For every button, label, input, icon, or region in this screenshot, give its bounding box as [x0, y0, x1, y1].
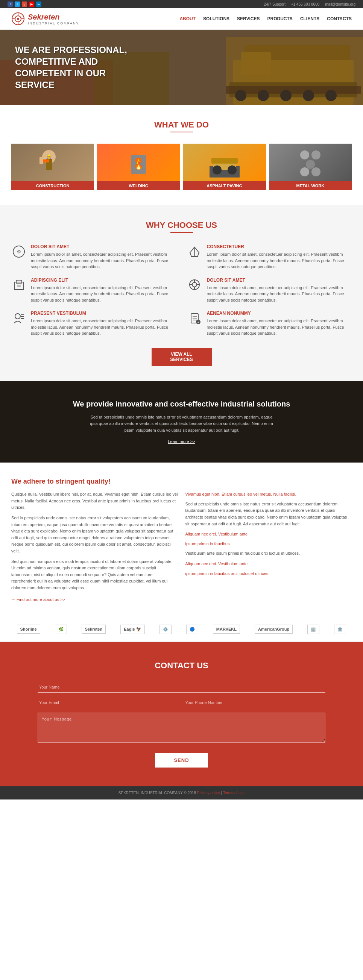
service-metalwork[interactable]: METAL WORK: [269, 144, 352, 190]
name-input[interactable]: [38, 682, 325, 693]
feature-5: PRAESENT VESTIBULUM Lorem ipsum dolor si…: [11, 310, 176, 337]
partner-american: AmericanGroup: [255, 625, 293, 634]
logo[interactable]: Sekreten INDUSTRIAL COMPANY: [11, 12, 80, 25]
googleplus-icon[interactable]: g: [22, 2, 27, 7]
partner-9: 🏢: [307, 625, 319, 634]
quality-right-link1[interactable]: Aliquam nec orci. Vestibulum ante: [185, 531, 352, 538]
privacy-link[interactable]: Privacy policy: [197, 791, 220, 795]
feature-icon-6: +: [187, 310, 202, 326]
top-bar: f t g ▶ in 24/7 Support +1 456 603 8600 …: [0, 0, 363, 8]
nav-about[interactable]: ABOUT: [180, 16, 196, 21]
feature-title-5: PRAESENT VESTIBULUM: [31, 310, 176, 316]
feature-content-5: PRAESENT VESTIBULUM Lorem ipsum dolor si…: [31, 310, 176, 337]
nav-contacts[interactable]: CONTACTS: [327, 16, 352, 21]
feature-content-6: AENEAN NONUMMY Lorem ipsum dolor sit ame…: [207, 310, 352, 337]
service-welding[interactable]: 🔥 WELDING: [97, 144, 180, 190]
social-icons: f t g ▶ in: [8, 2, 41, 7]
feature-1: ⚙ DOLOR SIT AMET Lorem ipsum dolor sit a…: [11, 244, 176, 270]
svg-point-53: [15, 313, 20, 319]
why-title: WHY CHOOSE US: [11, 220, 352, 230]
why-choose-us-section: WHY CHOOSE US ⚙ DOLOR SIT AMET Lorem ips…: [0, 205, 363, 381]
brand-name: Sekreten: [28, 13, 80, 21]
quality-right-body1: Sed ut perspiciatis unde omnis iste natu…: [185, 501, 352, 527]
feature-content-4: DOLOR SIT AMET Lorem ipsum dolor sit ame…: [207, 278, 352, 304]
welding-label: WELDING: [97, 181, 180, 190]
feature-icon-1: ⚙: [11, 244, 26, 259]
feature-icon-3: [11, 278, 26, 293]
quality-right-link4[interactable]: ipsum primin in faucibus orci luctus et …: [185, 571, 352, 577]
brand-sub: INDUSTRIAL COMPANY: [28, 21, 80, 25]
welding-image: 🔥: [97, 144, 180, 181]
service-asphalt[interactable]: ASPHALT PAVING: [183, 144, 266, 190]
nav-services[interactable]: SERVICES: [237, 16, 260, 21]
svg-rect-24: [40, 157, 43, 164]
find-out-link[interactable]: → Find out more about us >>: [11, 597, 178, 602]
feature-title-4: DOLOR SIT AMET: [207, 278, 352, 283]
email-input[interactable]: [38, 697, 180, 708]
section-divider: [170, 132, 193, 132]
feature-title-6: AENEAN NONUMMY: [207, 310, 352, 316]
svg-rect-34: [212, 158, 238, 164]
feature-6: + AENEAN NONUMMY Lorem ipsum dolor sit a…: [187, 310, 352, 337]
feature-text-5: Lorem ipsum dolor sit amet, consectetuer…: [31, 318, 176, 337]
partner-marvekl: MARVEKL: [213, 625, 240, 634]
svg-point-38: [300, 167, 309, 177]
email-address: mail@domsite.org: [325, 2, 355, 6]
construction-label: CONSTRUCTION: [11, 181, 94, 190]
quality-right-intro: Vivamus eget nibh. Etiam cursus leo vel …: [185, 491, 352, 498]
quality-grid: Quisque nulla. Vestibulum libero nisl, p…: [11, 491, 352, 601]
nav-clients[interactable]: CLIENTS: [300, 16, 319, 21]
twitter-icon[interactable]: t: [15, 2, 20, 7]
partner-shorline: Shorline: [17, 625, 40, 634]
services-grid: 👷 CONSTRUCTION 🔥 WELDING: [11, 144, 352, 190]
feature-2: CONSECTETUER Lorem ipsum dolor sit amet,…: [187, 244, 352, 270]
partners-logos: Shorline 🌿 Sekreten Eagle 🦅 ⚙️ 🔵 MARVEKL…: [11, 625, 352, 634]
send-button[interactable]: SEND: [155, 753, 208, 768]
partner-6: 🔵: [186, 625, 198, 634]
linkedin-icon[interactable]: in: [36, 2, 41, 7]
phone-input[interactable]: [184, 697, 326, 708]
youtube-icon[interactable]: ▶: [29, 2, 34, 7]
contact-title: CONTACT US: [38, 661, 325, 670]
quality-right-link2[interactable]: ipsum primin in faucibus.: [185, 541, 352, 547]
view-all-services-button[interactable]: VIEW ALL SERVICES: [151, 348, 212, 366]
why-divider: [170, 232, 193, 233]
asphalt-label: ASPHALT PAVING: [183, 181, 266, 190]
feature-content-1: DOLOR SIT AMET Lorem ipsum dolor sit ame…: [31, 244, 176, 270]
quality-right-link3[interactable]: Aliquam nec orci. Vestibulum ante: [185, 561, 352, 568]
metalwork-label: METAL WORK: [269, 181, 352, 190]
feature-content-3: ADIPISCING ELIT Lorem ipsum dolor sit am…: [31, 278, 176, 304]
partner-eagle: Eagle 🦅: [120, 625, 145, 634]
logo-icon: [11, 12, 25, 25]
metalwork-image: [269, 144, 352, 181]
hero-section: WE ARE PROFESSIONAL, COMPETITIVE AND COM…: [0, 30, 363, 105]
quality-intro: Quisque nulla. Vestibulum libero nisl, p…: [11, 491, 178, 511]
quality-body2: Sed quis non numquam eius modi tempus in…: [11, 558, 178, 592]
what-we-do-section: WHAT WE DO 👷 CONSTRUCTION: [0, 105, 363, 205]
svg-text:🔥: 🔥: [134, 161, 143, 170]
svg-point-36: [312, 150, 320, 159]
facebook-icon[interactable]: f: [8, 2, 13, 7]
contact-form: SEND: [38, 682, 325, 768]
banner-learn-more-link[interactable]: Learn more >>: [168, 439, 195, 444]
service-construction[interactable]: 👷 CONSTRUCTION: [11, 144, 94, 190]
svg-point-48: [192, 282, 197, 287]
main-nav: ABOUT SOLUTIONS SERVICES PRODUCTS CLIENT…: [180, 16, 352, 21]
nav-products[interactable]: PRODUCTS: [267, 16, 293, 21]
feature-title-3: ADIPISCING ELIT: [31, 278, 176, 283]
feature-icon-2: [187, 244, 202, 259]
svg-point-39: [312, 167, 320, 177]
hero-content: WE ARE PROFESSIONAL, COMPETITIVE AND COM…: [0, 44, 162, 91]
quality-body1: Sed in perspiciatis unde omnis iste natu…: [11, 515, 178, 555]
quality-section: We adhere to stringent quality! Quisque …: [0, 463, 363, 616]
feature-text-6: Lorem ipsum dolor sit amet, consectetuer…: [207, 318, 352, 337]
partner-5: ⚙️: [159, 625, 172, 634]
quality-title: We adhere to stringent quality!: [11, 477, 352, 485]
banner-section: We provide innovative and cost-effective…: [0, 381, 363, 463]
svg-text:⚙: ⚙: [16, 248, 21, 255]
asphalt-image: [183, 144, 266, 181]
nav-solutions[interactable]: SOLUTIONS: [203, 16, 229, 21]
feature-text-1: Lorem ipsum dolor sit amet, consectetuer…: [31, 251, 176, 270]
message-input[interactable]: [38, 713, 325, 743]
terms-link[interactable]: Terms of use: [223, 791, 245, 795]
